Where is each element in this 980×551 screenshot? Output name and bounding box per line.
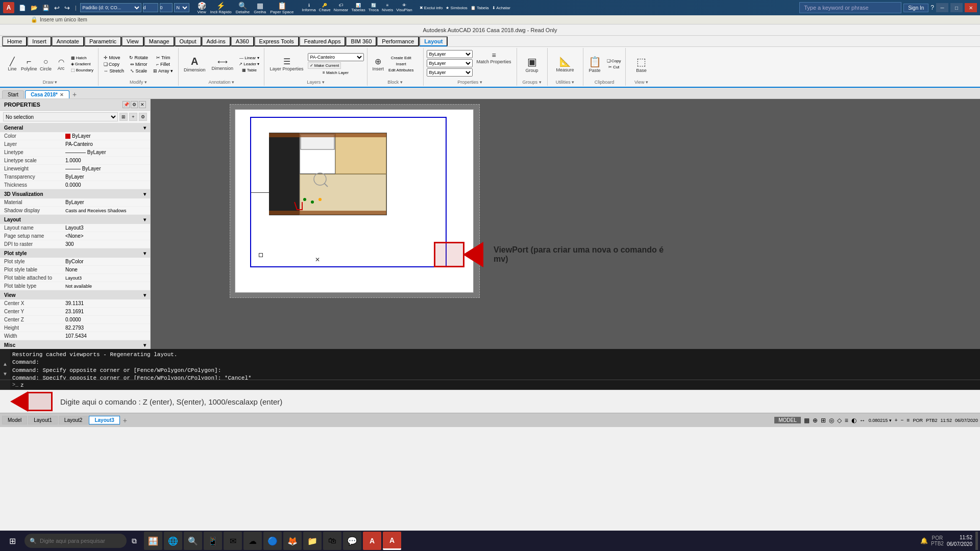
chrome-btn[interactable]: 🔵 (263, 532, 282, 550)
menu-bim360[interactable]: BIM 360 (346, 36, 377, 46)
acad-red-btn[interactable]: A (363, 532, 381, 550)
prop-close-btn[interactable]: ✕ (139, 101, 146, 108)
lineweight-select[interactable]: ByLayer (427, 68, 473, 77)
viewport-frame[interactable]: ✕ (250, 117, 447, 267)
match-layer-btn[interactable]: ≡ Match Layer (308, 70, 364, 76)
copy-btn[interactable]: ❑ Copy (102, 61, 126, 67)
insert2-btn[interactable]: Insert (387, 61, 415, 67)
view-3d-btn[interactable]: 🎲 View (198, 2, 206, 14)
troca-btn[interactable]: 🔄Troca (369, 3, 379, 12)
fillet-btn[interactable]: ⌐ Fillet (151, 61, 175, 67)
rotate-btn[interactable]: ↻ Rotate (127, 55, 150, 61)
linetype-select[interactable]: ByLayer (427, 59, 473, 67)
snap-icon[interactable]: ⊕ (813, 417, 818, 424)
open-btn[interactable]: 📂 (29, 4, 39, 12)
menu-annotate[interactable]: Annotate (52, 36, 84, 46)
taskbar-search[interactable] (40, 538, 121, 544)
gradient-btn[interactable]: ◈ Gradient (69, 61, 95, 67)
dimension-btn[interactable]: ⟷ Dimension (210, 57, 236, 72)
show-desktop-btn[interactable] (975, 532, 978, 550)
cloud-btn[interactable]: ☁ (243, 532, 262, 550)
tabelas-btn[interactable]: 📊Tabelas (351, 3, 365, 12)
paste-ribbon-btn[interactable]: 📋 Paste (586, 55, 603, 74)
array-btn[interactable]: ⊞ Array ▾ (151, 68, 175, 74)
new-tab-btn[interactable]: + (70, 90, 79, 98)
menu-view[interactable]: View (121, 36, 144, 46)
match-properties-btn[interactable]: ≡ Match Properties (475, 50, 513, 65)
undo-btn[interactable]: ↩ (53, 4, 61, 12)
arc-btn[interactable]: ◠ Arc (54, 57, 68, 71)
n-select[interactable]: N (174, 3, 189, 12)
visuplani-btn[interactable]: 👁VisuPlan (396, 3, 412, 12)
menu-addins[interactable]: Add-ins (202, 36, 231, 46)
simbolos-btn[interactable]: ★ Símbolos (446, 6, 468, 10)
autocad-btn2[interactable]: A (383, 532, 401, 550)
insert-btn[interactable]: ⊕ Insert (371, 56, 386, 72)
signin-btn[interactable]: Sign In (903, 4, 928, 12)
edge-btn[interactable]: 🌐 (164, 532, 182, 550)
model-tab[interactable]: Model (2, 416, 27, 424)
leader-btn[interactable]: ↗ Leader ▾ (237, 61, 261, 67)
mail-btn[interactable]: ✉ (224, 532, 242, 550)
tabela-btn[interactable]: 📋 Tabela (471, 6, 489, 10)
polar-icon[interactable]: ◎ (829, 417, 834, 424)
grid-icon[interactable]: ▦ (804, 417, 810, 424)
lang-btn[interactable]: PORPTB2 (931, 535, 944, 546)
table-btn[interactable]: ▦ Table (237, 67, 261, 73)
menu-parametric[interactable]: Parametric (84, 36, 121, 46)
chat-btn[interactable]: 💬 (343, 532, 361, 550)
measure-btn[interactable]: 📐 Measure (554, 55, 576, 73)
niveis-btn[interactable]: ≡Níveis (382, 3, 393, 12)
move-btn[interactable]: ✛ Move (102, 55, 126, 61)
casa2018-tab[interactable]: Casa 2018* ✕ (25, 90, 69, 98)
save-btn[interactable]: 💾 (41, 4, 51, 12)
zero-input[interactable] (160, 3, 173, 12)
menu-featured[interactable]: Featured Apps (299, 36, 346, 46)
selection-icon[interactable]: ↔ (860, 417, 866, 424)
linear-btn[interactable]: — Linear ▾ (237, 55, 261, 61)
scale-btn[interactable]: ⤡ Scale (127, 68, 150, 74)
osnap-icon[interactable]: ◇ (837, 417, 842, 424)
store-btn[interactable]: 🛍 (323, 532, 341, 550)
layer-select-ribbon[interactable]: PA-Canteiro (308, 53, 364, 61)
general-section-header[interactable]: General▾ (0, 123, 150, 132)
menu-manage[interactable]: Manage (144, 36, 175, 46)
notif-icon[interactable]: 🔔 (920, 537, 928, 544)
command-input-field[interactable] (20, 382, 968, 388)
informa-btn[interactable]: ℹInforma (302, 3, 315, 12)
line-btn[interactable]: ╱ Line (5, 56, 19, 72)
menu-perf[interactable]: Performance (377, 36, 419, 46)
menu-layout[interactable]: Layout (419, 36, 448, 46)
prop-pin-btn[interactable]: 📌 (122, 101, 130, 108)
layout2-tab[interactable]: Layout2 (59, 416, 88, 424)
add-layout-btn[interactable]: + (121, 416, 129, 424)
start-tab[interactable]: Start (2, 90, 24, 98)
customize-icon[interactable]: ≡ (907, 417, 910, 423)
trim-btn[interactable]: ✂ Trim (151, 55, 175, 61)
achatar-btn[interactable]: ⬇ Achatar (492, 6, 510, 10)
prop-settings-btn[interactable]: ⚙ (131, 101, 138, 108)
layer-dropdown-top[interactable]: Padrão (d: 0; CO... (80, 3, 141, 12)
base-btn[interactable]: ⬚ Base (633, 55, 649, 74)
excl-info-btn[interactable]: ✖ Exclui info (420, 6, 443, 10)
layout3-tab[interactable]: Layout3 (89, 416, 119, 424)
app-search[interactable] (799, 2, 901, 13)
help-btn[interactable]: ? (930, 4, 934, 11)
menu-a360[interactable]: A360 (231, 36, 254, 46)
boundary-btn[interactable]: ⬚ Boundary (69, 67, 95, 73)
zoom-plus[interactable]: + (895, 417, 898, 423)
stretch-btn[interactable]: ↔ Stretch (102, 68, 126, 74)
hatch-btn[interactable]: ▩ Hatch (69, 55, 95, 61)
taskview-btn[interactable]: ⧉ (129, 537, 140, 545)
layout1-tab[interactable]: Layout1 (28, 416, 58, 424)
nomear-btn[interactable]: 🏷Nomear (334, 3, 348, 12)
layout-header[interactable]: Layout▾ (0, 215, 150, 224)
firefox-btn[interactable]: 🦊 (283, 532, 302, 550)
chave-btn[interactable]: 🔑Chave (319, 3, 331, 12)
grid-btn[interactable]: ▦ Grelha (254, 2, 266, 14)
new-btn[interactable]: 📄 (17, 4, 28, 12)
group-btn[interactable]: ▣ Group (524, 55, 541, 74)
folder-btn[interactable]: 📁 (303, 532, 322, 550)
cut-btn[interactable]: ✂ Cut (605, 64, 623, 70)
mirror-btn[interactable]: ⇔ Mirror (127, 61, 150, 67)
